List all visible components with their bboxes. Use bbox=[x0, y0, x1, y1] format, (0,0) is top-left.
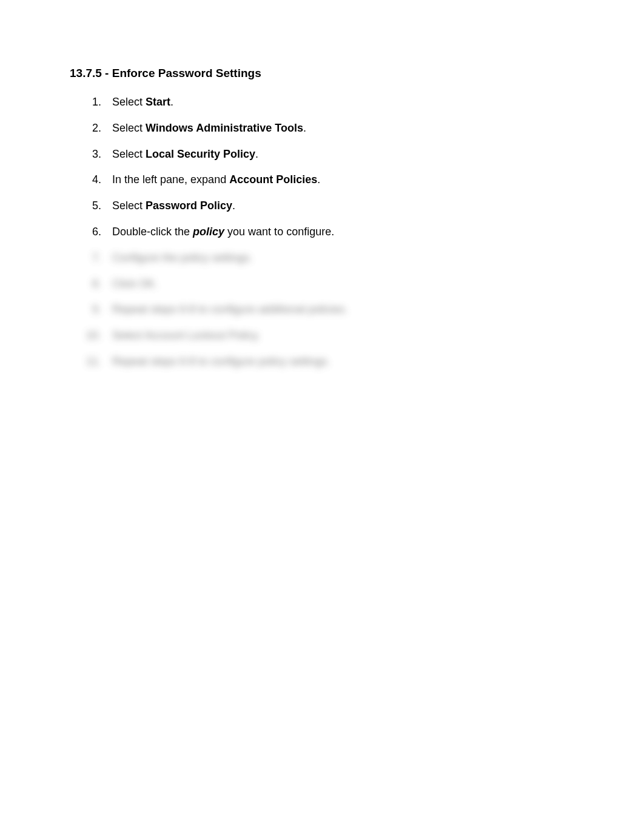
step-text: In the left pane, expand Account Policie… bbox=[112, 171, 574, 189]
step-text: Select Start. bbox=[112, 93, 574, 111]
step-text: Repeat steps 6-8 to configure policy set… bbox=[112, 353, 574, 371]
text-plain: Select bbox=[112, 96, 146, 108]
step-item-blurred: 10. Select Account Lockout Policy. bbox=[84, 327, 574, 344]
text-bold: Account Policies bbox=[229, 173, 317, 186]
step-number: 7. bbox=[84, 249, 101, 267]
text-plain: Select bbox=[112, 200, 146, 212]
text-bold: Start bbox=[146, 96, 170, 108]
step-text: Select Account Lockout Policy. bbox=[112, 327, 574, 344]
step-text: Configure the policy settings. bbox=[112, 249, 574, 267]
step-number: 2. bbox=[84, 119, 101, 137]
step-number: 10. bbox=[84, 327, 101, 344]
step-text: Select Local Security Policy. bbox=[112, 146, 574, 163]
step-item-blurred: 7. Configure the policy settings. bbox=[84, 249, 574, 267]
steps-list: 1. Select Start. 2. Select Windows Admin… bbox=[70, 93, 574, 371]
text-plain: . bbox=[170, 96, 173, 108]
step-number: 6. bbox=[84, 223, 101, 241]
step-item: 6. Double-click the policy you want to c… bbox=[84, 223, 574, 241]
text-plain: Double-click the bbox=[112, 226, 193, 238]
step-number: 11. bbox=[84, 353, 101, 371]
step-text: Select Password Policy. bbox=[112, 197, 574, 215]
step-item-blurred: 9. Repeat steps 6-8 to configure additio… bbox=[84, 301, 574, 318]
step-number: 3. bbox=[84, 146, 101, 163]
step-text: Double-click the policy you want to conf… bbox=[112, 223, 574, 241]
step-number: 1. bbox=[84, 93, 101, 111]
step-number: 5. bbox=[84, 197, 101, 215]
step-item: 1. Select Start. bbox=[84, 93, 574, 111]
step-text: Select Windows Administrative Tools. bbox=[112, 119, 574, 137]
text-plain: Select bbox=[112, 122, 146, 134]
step-item-blurred: 8. Click OK. bbox=[84, 275, 574, 293]
step-text: Repeat steps 6-8 to configure additional… bbox=[112, 301, 574, 318]
step-number: 9. bbox=[84, 301, 101, 318]
text-plain: . bbox=[255, 148, 258, 160]
text-plain: . bbox=[303, 122, 306, 134]
step-item: 4. In the left pane, expand Account Poli… bbox=[84, 171, 574, 189]
text-plain: . bbox=[232, 200, 235, 212]
text-bold: Password Policy bbox=[146, 200, 232, 212]
section-heading: 13.7.5 - Enforce Password Settings bbox=[70, 67, 574, 80]
step-item: 3. Select Local Security Policy. bbox=[84, 146, 574, 163]
text-bold-italic: policy bbox=[193, 226, 224, 238]
step-item: 2. Select Windows Administrative Tools. bbox=[84, 119, 574, 137]
step-number: 8. bbox=[84, 275, 101, 293]
text-plain: In the left pane, expand bbox=[112, 173, 229, 186]
text-bold: Local Security Policy bbox=[146, 148, 255, 160]
text-bold: Windows Administrative Tools bbox=[146, 122, 303, 134]
text-plain: Select bbox=[112, 148, 146, 160]
text-plain: . bbox=[317, 173, 320, 186]
step-number: 4. bbox=[84, 171, 101, 189]
step-item-blurred: 11. Repeat steps 6-8 to configure policy… bbox=[84, 353, 574, 371]
step-item: 5. Select Password Policy. bbox=[84, 197, 574, 215]
text-plain: you want to configure. bbox=[224, 226, 334, 238]
step-text: Click OK. bbox=[112, 275, 574, 293]
